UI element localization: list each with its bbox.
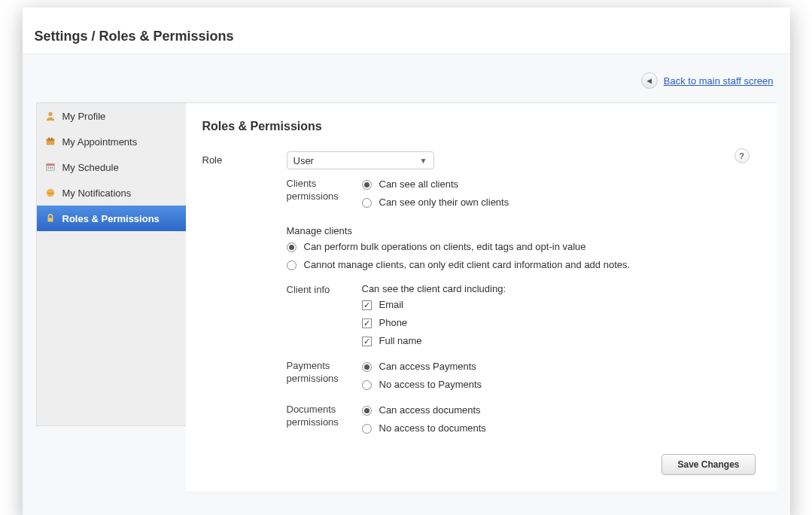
svg-point-0 bbox=[48, 112, 52, 116]
checkbox-icon bbox=[362, 337, 372, 346]
sidebar-item-my-notifications[interactable]: My Notifications bbox=[37, 180, 186, 206]
documents-option-noaccess[interactable]: No access to documents bbox=[362, 421, 756, 436]
svg-rect-9 bbox=[51, 167, 53, 169]
chevron-down-icon: ▼ bbox=[420, 157, 427, 165]
role-select[interactable]: User ▼ bbox=[287, 151, 434, 169]
backlink-row: ◄ Back to main staff screen bbox=[36, 68, 777, 102]
radio-icon bbox=[362, 380, 372, 390]
main-panel: Roles & Permissions ? Role User ▼ bbox=[186, 102, 777, 492]
option-label: No access to documents bbox=[379, 421, 486, 436]
svg-rect-11 bbox=[47, 218, 53, 221]
option-label: Cannot manage clients, can only edit cli… bbox=[304, 258, 631, 273]
documents-option-access[interactable]: Can access documents bbox=[362, 403, 756, 418]
client-info-check-email[interactable]: Email bbox=[362, 297, 756, 312]
back-link[interactable]: Back to main staff screen bbox=[664, 75, 774, 87]
payments-option-access[interactable]: Can access Payments bbox=[362, 359, 756, 374]
payments-option-noaccess[interactable]: No access to Payments bbox=[362, 377, 756, 392]
svg-rect-6 bbox=[46, 164, 54, 166]
back-button[interactable]: ◄ Back to main staff screen bbox=[641, 72, 774, 89]
sidebar-item-my-schedule[interactable]: My Schedule bbox=[37, 154, 186, 180]
radio-icon bbox=[287, 242, 297, 252]
manage-clients-option-readonly[interactable]: Cannot manage clients, can only edit cli… bbox=[287, 258, 756, 273]
option-label: No access to Payments bbox=[379, 377, 482, 392]
option-label: Can perform bulk operations on clients, … bbox=[304, 239, 586, 254]
sidebar-item-roles-permissions[interactable]: Roles & Permissions bbox=[37, 206, 186, 231]
svg-rect-4 bbox=[50, 138, 52, 141]
help-button[interactable]: ? bbox=[734, 148, 750, 163]
check-label: Full name bbox=[379, 334, 422, 349]
svg-point-10 bbox=[46, 189, 54, 197]
option-label: Can see all clients bbox=[379, 177, 459, 192]
content-area: ◄ Back to main staff screen My Profile M… bbox=[23, 54, 790, 515]
appointments-icon bbox=[44, 136, 56, 148]
svg-rect-7 bbox=[47, 167, 49, 169]
client-info-check-phone[interactable]: Phone bbox=[362, 315, 756, 331]
notifications-icon bbox=[44, 187, 56, 199]
sidebar-item-label: My Schedule bbox=[62, 162, 119, 173]
role-select-value: User bbox=[293, 155, 314, 166]
sidebar-item-label: My Notifications bbox=[62, 187, 132, 199]
option-label: Can see only their own clients bbox=[379, 195, 509, 210]
clients-permissions-option-all[interactable]: Can see all clients bbox=[362, 177, 756, 192]
save-button[interactable]: Save Changes bbox=[661, 454, 755, 475]
sidebar-item-my-appointments[interactable]: My Appointments bbox=[37, 129, 186, 154]
manage-clients-option-bulk[interactable]: Can perform bulk operations on clients, … bbox=[287, 239, 756, 254]
role-label: Role bbox=[202, 151, 287, 167]
payments-permissions-label: Payments permissions bbox=[287, 359, 362, 385]
sidebar-item-my-profile[interactable]: My Profile bbox=[37, 103, 186, 129]
client-info-intro: Can see the client card including: bbox=[362, 283, 756, 294]
svg-rect-2 bbox=[46, 139, 54, 142]
sidebar-item-label: My Appointments bbox=[62, 136, 138, 148]
radio-icon bbox=[362, 424, 372, 434]
sidebar-item-label: My Profile bbox=[62, 111, 106, 122]
svg-rect-8 bbox=[50, 167, 51, 169]
radio-icon bbox=[287, 261, 297, 270]
client-info-check-fullname[interactable]: Full name bbox=[362, 334, 756, 349]
radio-icon bbox=[362, 362, 372, 372]
check-label: Phone bbox=[379, 315, 408, 331]
check-label: Email bbox=[379, 297, 404, 312]
page-header: Settings / Roles & Permissions bbox=[23, 8, 790, 54]
lock-icon bbox=[44, 212, 56, 224]
panel-title: Roles & Permissions bbox=[202, 120, 756, 133]
checkbox-icon bbox=[362, 300, 372, 310]
client-info-label: Client info bbox=[287, 283, 362, 297]
sidebar: My Profile My Appointments My Schedule bbox=[36, 102, 187, 426]
svg-rect-3 bbox=[48, 138, 50, 141]
radio-icon bbox=[362, 198, 372, 208]
clients-permissions-option-own[interactable]: Can see only their own clients bbox=[362, 195, 756, 210]
profile-icon bbox=[44, 110, 56, 122]
clients-permissions-label: Clients permissions bbox=[287, 177, 362, 203]
option-label: Can access documents bbox=[379, 403, 481, 418]
checkbox-icon bbox=[362, 318, 372, 328]
documents-permissions-label: Documents permissions bbox=[287, 403, 362, 429]
manage-clients-label: Manage clients bbox=[287, 225, 756, 236]
option-label: Can access Payments bbox=[379, 359, 476, 374]
sidebar-item-label: Roles & Permissions bbox=[62, 213, 160, 224]
schedule-icon bbox=[44, 161, 56, 173]
radio-icon bbox=[362, 180, 372, 190]
arrow-left-icon: ◄ bbox=[641, 72, 658, 89]
radio-icon bbox=[362, 406, 372, 416]
breadcrumb: Settings / Roles & Permissions bbox=[35, 29, 778, 44]
app-window: Settings / Roles & Permissions ◄ Back to… bbox=[23, 8, 790, 515]
